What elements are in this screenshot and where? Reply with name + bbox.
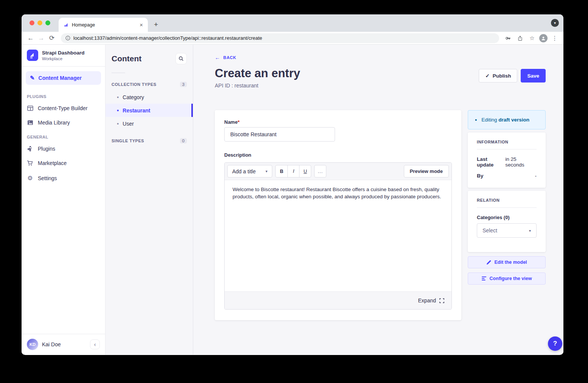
shopping-cart-icon	[27, 160, 33, 166]
editor-footer: Expand	[225, 291, 451, 309]
browser-reload-icon[interactable]: ⟳	[47, 34, 57, 42]
browser-forward-icon[interactable]: →	[36, 34, 47, 42]
address-bar[interactable]: localhost:1337/admin/content-manager/col…	[61, 33, 499, 43]
expand-label[interactable]: Expand	[418, 297, 436, 304]
feather-pen-icon: ✎	[30, 75, 35, 81]
strapi-favicon	[63, 22, 69, 28]
subnav-item-user[interactable]: • User	[105, 117, 193, 130]
url-text: localhost:1337/admin/content-manager/col…	[73, 35, 262, 41]
expand-icon[interactable]	[439, 298, 444, 303]
editor-toolbar: Add a title ▾ B I U ... Preview mode	[225, 163, 451, 180]
save-label: Save	[527, 73, 539, 79]
required-asterisk: *	[237, 119, 239, 125]
draft-status-text: Editing draft version	[481, 117, 529, 123]
select-placeholder: Select	[483, 227, 497, 234]
sidebar-item-content-type-builder[interactable]: Content-Type Builder	[22, 101, 105, 115]
categories-select[interactable]: Select ▾	[477, 223, 537, 238]
content-subnav: Content COLLECTION TYPES 3 • Category • …	[105, 45, 193, 355]
page-title: Create an entry	[215, 67, 300, 80]
user-menu[interactable]: KD Kai Doe ‹	[22, 334, 105, 355]
card-divider	[477, 149, 537, 149]
main-content: ← BACK Create an entry API ID : restaura…	[193, 45, 563, 355]
relation-title: RELATION	[477, 198, 537, 202]
subnav-item-label: Category	[123, 94, 144, 100]
save-button[interactable]: Save	[521, 69, 546, 83]
entry-side-panel: • Editing draft version INFORMATION Last…	[468, 110, 546, 285]
browser-tab-strip: Homepage × + ▾	[22, 14, 563, 32]
rich-text-editor: Add a title ▾ B I U ... Preview mode	[224, 162, 452, 310]
avatar: KD	[27, 339, 38, 350]
chevron-down-icon: ▾	[265, 169, 267, 173]
share-icon[interactable]	[515, 33, 525, 43]
browser-toolbar: ← → ⟳ localhost:1337/admin/content-manag…	[22, 32, 563, 45]
browser-profile-avatar[interactable]	[539, 34, 548, 42]
more-formatting-button[interactable]: ...	[314, 165, 326, 177]
title-style-select[interactable]: Add a title ▾	[227, 165, 272, 177]
site-info-icon[interactable]	[65, 36, 70, 40]
description-field-label: Description	[224, 152, 452, 158]
last-update-row: Last update in 25 seconds	[477, 156, 537, 168]
workspace-name: Workplace	[42, 56, 85, 61]
browser-tab[interactable]: Homepage ×	[59, 18, 148, 32]
sidebar-divider	[22, 66, 105, 67]
strapi-logo	[27, 50, 38, 61]
browser-menu-kebab-icon[interactable]: ⋮	[550, 33, 560, 43]
gear-icon: ⚙	[27, 174, 33, 182]
bold-button[interactable]: B	[276, 165, 287, 177]
underline-button[interactable]: U	[299, 165, 311, 177]
browser-profile-chevron-icon[interactable]: ▾	[551, 19, 559, 27]
italic-button[interactable]: I	[287, 165, 299, 177]
sidebar-item-media-library[interactable]: Media Library	[22, 115, 105, 130]
sidebar-item-content-manager[interactable]: ✎ Content Manager	[26, 71, 101, 85]
back-arrow-icon: ←	[215, 54, 220, 61]
description-textarea[interactable]: Welcome to Biscotte restaurant! Restaura…	[225, 180, 451, 291]
maximize-window-button[interactable]	[45, 20, 50, 25]
search-button[interactable]	[175, 53, 187, 64]
name-input[interactable]	[224, 127, 335, 142]
workspace-switcher[interactable]: Strapi Dashboard Workplace	[22, 45, 105, 66]
publish-button[interactable]: ✓ Publish	[479, 69, 517, 83]
puzzle-icon	[27, 146, 33, 152]
collection-types-label: COLLECTION TYPES	[112, 82, 157, 87]
browser-back-icon[interactable]: ←	[25, 34, 36, 42]
card-divider	[477, 207, 537, 208]
sidebar-item-settings[interactable]: ⚙ Settings	[22, 170, 105, 186]
subnav-title: Content	[112, 54, 141, 63]
preview-mode-button[interactable]: Preview mode	[404, 165, 449, 177]
subnav-item-category[interactable]: • Category	[105, 90, 193, 104]
single-types-label: SINGLE TYPES	[112, 139, 144, 143]
close-window-button[interactable]	[29, 20, 34, 25]
minimize-window-button[interactable]	[37, 20, 42, 25]
password-key-icon[interactable]	[503, 33, 513, 43]
chevron-down-icon: ▾	[529, 229, 531, 233]
layout-grid-icon	[27, 105, 33, 111]
configure-view-button[interactable]: Configure the view	[468, 272, 546, 285]
categories-label: Categories (0)	[477, 215, 537, 220]
relation-card: RELATION Categories (0) Select ▾	[468, 191, 546, 252]
edit-model-label: Edit the model	[494, 260, 527, 265]
title-select-label: Add a title	[232, 168, 256, 174]
updated-by-row: By -	[477, 173, 537, 179]
subnav-item-label: Restaurant	[123, 107, 150, 114]
edit-model-button[interactable]: Edit the model	[468, 256, 546, 268]
configure-view-label: Configure the view	[490, 276, 532, 281]
user-name: Kai Doe	[42, 341, 86, 347]
layout-list-icon	[482, 276, 487, 281]
sidebar-item-marketplace[interactable]: Marketplace	[22, 156, 105, 170]
app-name: Strapi Dashboard	[42, 50, 85, 56]
collection-types-count-badge: 3	[180, 82, 187, 87]
new-tab-button[interactable]: +	[154, 20, 158, 32]
subnav-item-restaurant[interactable]: • Restaurant	[105, 104, 193, 117]
subnav-item-label: User	[123, 121, 134, 127]
sidebar-item-label: Content Manager	[39, 75, 82, 81]
bookmark-star-icon[interactable]: ☆	[527, 33, 537, 43]
back-link[interactable]: ← BACK	[215, 54, 236, 61]
tab-close-icon[interactable]: ×	[138, 22, 144, 28]
entry-form-card: Name* Description Add a title ▾ B	[215, 110, 461, 320]
information-title: INFORMATION	[477, 140, 537, 144]
help-button[interactable]: ?	[548, 336, 562, 351]
window-controls	[29, 20, 50, 25]
sidebar-item-plugins[interactable]: Plugins	[22, 142, 105, 156]
collapse-sidebar-button[interactable]: ‹	[90, 339, 100, 349]
selected-indicator	[191, 104, 193, 117]
